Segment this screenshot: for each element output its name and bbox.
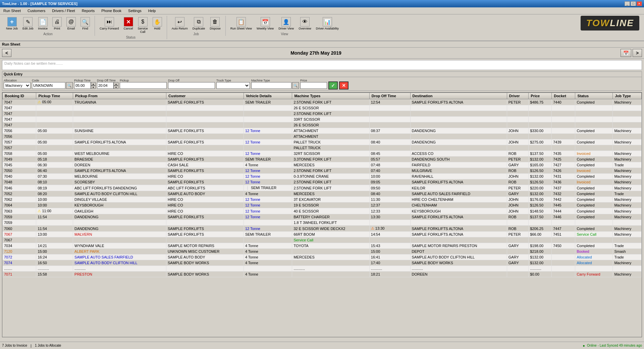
menu-customers[interactable]: Customers: [25, 8, 47, 13]
table-row[interactable]: 7074 16:50 SAMPLE AUTO BODY CLIFTON HILL…: [3, 260, 642, 266]
cell-booking-id: 7067: [3, 237, 36, 243]
table-row[interactable]: 7057 05:00 SAMPLE FORKLIFTS ALTONA SAMPL…: [3, 139, 642, 145]
quick-entry-ok-button[interactable]: ✓: [328, 81, 338, 90]
table-row[interactable]: 7071 15:58 PRESTON SAMPLE BODY WORKS 4 T…: [3, 272, 642, 277]
table-row[interactable]: 7047 2.5TONNE FORK LIFT: [3, 111, 642, 117]
pickup-time-down-button[interactable]: ▼: [91, 85, 96, 89]
allocation-select[interactable]: Machinery: [4, 82, 31, 89]
dropoff-time-input[interactable]: [97, 82, 114, 89]
pickup-input[interactable]: [120, 82, 167, 89]
daily-notes-field[interactable]: Daily Notes can be written here.......: [2, 60, 642, 70]
truck-type-select[interactable]: [216, 82, 250, 89]
edit-job-button[interactable]: ✎ Edit Job: [20, 16, 36, 32]
machine-type-search-button[interactable]: 🔍: [292, 82, 299, 89]
table-row[interactable]: 7046 08:19 ABC LIFT FORKLIFTS DANDENONG …: [3, 185, 642, 191]
machine-type-input[interactable]: [251, 82, 291, 89]
table-row[interactable]: 7047 ⚠ 05:00 TRUGANINA SAMPLE FORKLIFTS …: [3, 99, 642, 105]
col-price[interactable]: Price: [529, 93, 552, 99]
previous-date-button[interactable]: <: [2, 49, 11, 57]
table-row[interactable]: 7050 06:40 SAMPLE FORKLIFTS ALTONA SAMPL…: [3, 168, 642, 174]
table-row[interactable]: 7120 15:00 ALBERT PARK UNKNOWN MISC CUST…: [3, 249, 642, 254]
code-input[interactable]: [32, 82, 65, 89]
driver-view-button[interactable]: 👤 Driver View: [276, 16, 296, 32]
overview-button[interactable]: 👁 Overview: [297, 16, 313, 32]
find-button[interactable]: 🔍 Find: [78, 16, 92, 32]
auto-return-button[interactable]: ↩ Auto Return: [170, 16, 190, 32]
table-row[interactable]: 7067 13:00 MALVERN SAMPLE FORKLIFTS SEMI…: [3, 232, 642, 237]
cell-pickup-time: ...........: [36, 266, 73, 272]
table-row[interactable]: 7047 33RT SCISSOR: [3, 117, 642, 122]
table-row[interactable]: 7049 05:18 BRAESIDE SAMPLE FORKLIFTS SEM…: [3, 157, 642, 162]
carry-forward-button[interactable]: ⏭ Carry Forward: [98, 16, 121, 35]
driver-availability-button[interactable]: 📊 Driver Availability: [314, 16, 341, 32]
menu-drivers-fleet[interactable]: Drivers / Fleet: [50, 8, 77, 13]
table-row[interactable]: 7059 1.8 T 3WHEEL FORKLIFT: [3, 220, 642, 226]
cell-destination: CHELTENHAM: [410, 202, 507, 208]
cancel-button[interactable]: ✕ Cancel: [122, 16, 135, 35]
new-job-button[interactable]: + New Job: [4, 16, 20, 32]
code-search-button[interactable]: 🔍: [66, 82, 73, 89]
menu-run-sheet[interactable]: Run Sheet: [1, 8, 23, 13]
table-row[interactable]: 7040 07:30 MELBOURNE HIRE CO 12 Tonne 0-…: [3, 174, 642, 179]
col-driver[interactable]: Driver: [507, 93, 529, 99]
col-job-type[interactable]: Job Type: [613, 93, 642, 99]
table-row[interactable]: 7045 06:30 DOREEN CASH SALE 4 Tonne MERC…: [3, 162, 642, 168]
table-row[interactable]: 7060 11:54 DANDENONG SAMPLE FORKLIFTS 12…: [3, 226, 642, 232]
dropoff-time-up-button[interactable]: ▲: [114, 82, 118, 85]
pickup-time-up-button[interactable]: ▲: [91, 82, 96, 85]
maximize-button[interactable]: □: [631, 1, 636, 6]
run-sheet-view-button[interactable]: 📋 Run Sheet View: [228, 16, 254, 32]
table-row[interactable]: 7072 16:24 SAMPLE AUTO SALES FAIRFIELD S…: [3, 254, 642, 260]
col-machine-types[interactable]: Machine Types: [292, 93, 369, 99]
print-button[interactable]: 🖨 Print: [50, 16, 64, 32]
weekly-view-button[interactable]: 📅 Weekly View: [255, 16, 276, 32]
menu-settings[interactable]: Settings: [126, 8, 144, 13]
table-row[interactable]: 7063 ⚠ 11:00 OAKLEIGH HIRE CO 12 Tonne 4…: [3, 208, 642, 214]
dropoff-label: Drop Off: [168, 79, 215, 82]
table-row[interactable]: 7057 PALLET TRUCK: [3, 145, 642, 151]
cell-destination: DANDENONG SOUTH: [410, 157, 507, 162]
table-row[interactable]: 7058 05:00 WEST MELBOURNE HIRE CO 12 Ton…: [3, 151, 642, 157]
price-input[interactable]: [300, 82, 327, 89]
table-row[interactable]: 7056 ATTACHMENT: [3, 134, 642, 139]
col-docket[interactable]: Docket: [552, 93, 575, 99]
col-vehicle-details[interactable]: Vehicle Details: [244, 93, 292, 99]
table-row[interactable]: 7064 10:00 KEYSBOROUGH HIRE CO 12 Tonne …: [3, 202, 642, 208]
cell-job-type: Machinery: [613, 272, 642, 277]
dispose-button[interactable]: 🗑 Dispose: [208, 16, 223, 32]
table-row[interactable]: 7056 05:00 SUNSHINE SAMPLE FORKLIFTS 12 …: [3, 128, 642, 134]
table-row[interactable]: 7067 Service Call: [3, 237, 642, 243]
table-row[interactable]: 7059 11:54 DANDENONG SAMPLE FORKLIFTS 12…: [3, 214, 642, 220]
cell-dropoff-time: 12:33: [369, 208, 410, 214]
dropoff-input[interactable]: [168, 82, 215, 89]
table-row[interactable]: 7047 26 E SCISSOR: [3, 122, 642, 128]
col-customer[interactable]: Customer: [166, 93, 244, 99]
col-pickup-from[interactable]: Pickup From: [73, 93, 166, 99]
table-row[interactable]: 7047 26 E SCISSOR: [3, 105, 642, 111]
quick-entry-cancel-button[interactable]: ✕: [339, 81, 348, 90]
table-row[interactable]: ........ ........... ........... .......…: [3, 266, 642, 272]
invoice-button[interactable]: 📄 Invoice: [36, 16, 50, 32]
col-status[interactable]: Status: [575, 93, 613, 99]
pickup-time-input[interactable]: [74, 82, 91, 89]
table-row[interactable]: 7062 10:00 DINGLEY VILLAGE HIRE CO 12 To…: [3, 197, 642, 202]
duplicate-button[interactable]: ⧉ Duplicate: [191, 16, 207, 32]
service-call-button[interactable]: $ ServiceCall: [136, 16, 150, 35]
table-row[interactable]: 7052 08:20 SAMPLE AUTO BODY CLIFTON HILL…: [3, 191, 642, 197]
menu-reports[interactable]: Reports: [80, 8, 97, 13]
col-dropoff-time[interactable]: Drop Off Time: [369, 93, 410, 99]
next-date-button[interactable]: >: [633, 49, 642, 57]
menu-phone-book[interactable]: Phone Book: [99, 8, 123, 13]
dropoff-time-down-button[interactable]: ▼: [114, 85, 118, 89]
hold-button[interactable]: ✋ Hold: [151, 16, 164, 35]
col-destination[interactable]: Destination: [410, 93, 507, 99]
email-button[interactable]: @ Email: [64, 16, 78, 32]
col-pickup-time[interactable]: Pickup Time: [36, 93, 73, 99]
table-row[interactable]: 7048 08:10 SCORESBY SAMPLE FORKLIFTS 12 …: [3, 179, 642, 185]
menu-help[interactable]: Help: [146, 8, 158, 13]
calendar-button[interactable]: 📅: [621, 49, 631, 57]
minimize-button[interactable]: _: [625, 1, 630, 6]
table-row[interactable]: 7034 14:21 WYNDHAM VALE SAMPLE MOTOR REP…: [3, 243, 642, 249]
close-button[interactable]: ✕: [637, 1, 642, 6]
col-booking-id[interactable]: Booking ID: [3, 93, 36, 99]
